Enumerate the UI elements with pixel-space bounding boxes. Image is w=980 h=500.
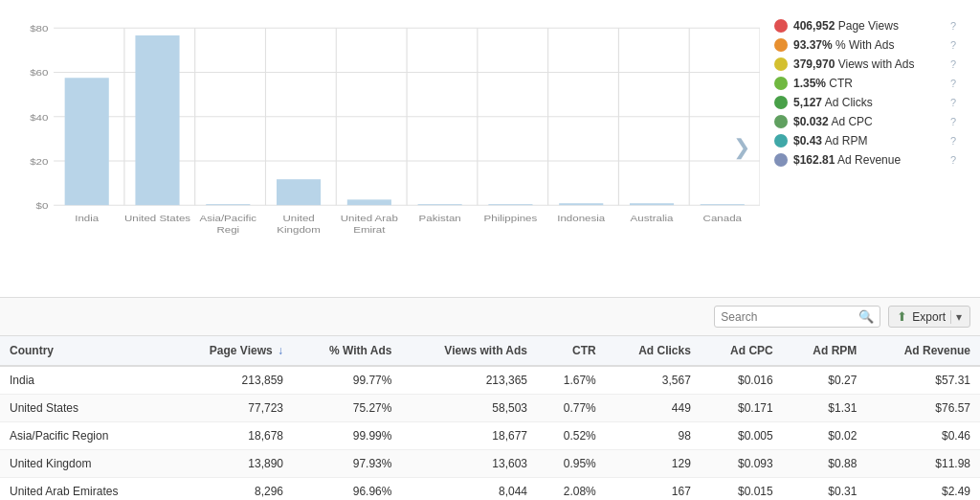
legend-text-ctr: 1.35% CTR <box>793 77 945 90</box>
legend-help-ctr[interactable]: ? <box>950 78 956 89</box>
bar-united-kingdom[interactable] <box>277 179 321 205</box>
table-row[interactable]: United States 77,723 75.27% 58,503 0.77%… <box>0 395 980 422</box>
export-button[interactable]: ⬆ Export ▾ <box>888 306 970 328</box>
legend-dot-page-views <box>774 19 788 33</box>
svg-text:$80: $80 <box>30 23 48 34</box>
legend-text-ad-clicks: 5,127 Ad Clicks <box>793 96 945 109</box>
legend-text-ad-rpm: $0.43 Ad RPM <box>793 134 945 148</box>
cell-country: United States <box>0 395 169 422</box>
legend-dot-ad-cpc <box>774 115 788 128</box>
legend-text-ad-cpc: $0.032 Ad CPC <box>793 115 945 128</box>
svg-text:$60: $60 <box>30 67 48 78</box>
col-header-ad-clicks: Ad Clicks <box>606 336 701 366</box>
cell-ad-clicks: 449 <box>606 395 701 422</box>
cell-pct-with-ads: 99.99% <box>293 422 401 450</box>
col-header-ad-rpm: Ad RPM <box>783 336 867 366</box>
table-row[interactable]: United Kingdom 13,890 97.93% 13,603 0.95… <box>0 450 980 478</box>
cell-views-with-ads: 213,365 <box>401 366 537 395</box>
cell-ad-rpm: $0.27 <box>783 366 867 395</box>
cell-country: Asia/Pacific Region <box>0 422 169 450</box>
legend-help-ad-revenue[interactable]: ? <box>950 154 956 166</box>
legend-help-page-views[interactable]: ? <box>950 20 956 32</box>
bar-asia-pacific[interactable] <box>206 204 250 205</box>
legend-item-ad-clicks[interactable]: 5,127 Ad Clicks ? <box>774 96 956 109</box>
col-header-pct-with-ads: % With Ads <box>293 336 401 366</box>
col-header-ad-cpc: Ad CPC <box>701 336 783 366</box>
svg-text:Emirat: Emirat <box>353 224 385 235</box>
export-icon: ⬆ <box>897 309 907 324</box>
legend-item-ad-rpm[interactable]: $0.43 Ad RPM ? <box>774 134 956 148</box>
cell-ad-clicks: 3,567 <box>606 366 701 395</box>
cell-ad-revenue: $76.57 <box>866 395 980 422</box>
bar-uae[interactable] <box>347 199 391 205</box>
svg-text:India: India <box>75 213 99 223</box>
legend-dot-ad-rpm <box>774 134 788 148</box>
sort-icon: ↓ <box>278 344 283 357</box>
cell-ad-rpm: $0.02 <box>783 422 867 450</box>
legend-text-pct-with-ads: 93.37% % With Ads <box>793 38 945 52</box>
cell-page-views: 18,678 <box>169 422 293 450</box>
table-row[interactable]: India 213,859 99.77% 213,365 1.67% 3,567… <box>0 366 980 395</box>
cell-pct-with-ads: 97.93% <box>293 450 401 478</box>
legend-panel: 406,952 Page Views ? 93.37% % With Ads ?… <box>760 10 970 287</box>
legend-help-ad-cpc[interactable]: ? <box>950 116 956 127</box>
bar-canada[interactable] <box>701 204 745 205</box>
legend-text-views-with-ads: 379,970 Views with Ads <box>793 57 945 71</box>
cell-ctr: 0.52% <box>537 422 606 450</box>
bar-australia[interactable] <box>630 203 674 205</box>
legend-dot-ad-clicks <box>774 96 788 109</box>
export-dropdown-icon[interactable]: ▾ <box>950 310 962 324</box>
legend-help-ad-clicks[interactable]: ? <box>950 97 956 108</box>
cell-views-with-ads: 13,603 <box>401 450 537 478</box>
search-box[interactable]: 🔍 <box>714 306 880 328</box>
main-container: $0 $20 $40 $60 $80 <box>0 0 980 500</box>
legend-dot-views-with-ads <box>774 57 788 71</box>
svg-text:$20: $20 <box>30 156 48 167</box>
bar-chart-svg: $0 $20 $40 $60 $80 <box>10 10 760 259</box>
cell-ad-rpm: $0.88 <box>783 450 867 478</box>
search-icon[interactable]: 🔍 <box>858 309 874 324</box>
cell-ad-cpc: $0.171 <box>701 395 783 422</box>
legend-dot-ctr <box>774 77 788 90</box>
legend-dot-pct-with-ads <box>774 38 788 52</box>
col-header-page-views[interactable]: Page Views ↓ <box>169 336 293 366</box>
col-header-views-with-ads: Views with Ads <box>401 336 537 366</box>
legend-text-page-views: 406,952 Page Views <box>793 19 945 33</box>
legend-item-ctr[interactable]: 1.35% CTR ? <box>774 77 956 90</box>
svg-text:United States: United States <box>124 213 190 223</box>
search-input[interactable] <box>721 310 855 324</box>
table-row[interactable]: United Arab Emirates 8,296 96.96% 8,044 … <box>0 478 980 501</box>
svg-text:Indonesia: Indonesia <box>557 213 605 223</box>
chart-next-icon[interactable]: ❯ <box>733 135 750 160</box>
table-row[interactable]: Asia/Pacific Region 18,678 99.99% 18,677… <box>0 422 980 450</box>
legend-help-views-with-ads[interactable]: ? <box>950 58 956 70</box>
legend-help-pct-with-ads[interactable]: ? <box>950 39 956 51</box>
bar-india[interactable] <box>65 78 109 205</box>
bar-philippines[interactable] <box>488 204 532 205</box>
cell-pct-with-ads: 96.96% <box>293 478 401 501</box>
cell-ctr: 2.08% <box>537 478 606 501</box>
cell-page-views: 213,859 <box>169 366 293 395</box>
cell-views-with-ads: 8,044 <box>401 478 537 501</box>
cell-ad-cpc: $0.015 <box>701 478 783 501</box>
cell-ad-revenue: $57.31 <box>866 366 980 395</box>
cell-ctr: 1.67% <box>537 366 606 395</box>
legend-text-ad-revenue: $162.81 Ad Revenue <box>793 153 945 167</box>
legend-help-ad-rpm[interactable]: ? <box>950 135 956 147</box>
bar-indonesia[interactable] <box>559 203 603 205</box>
legend-item-page-views[interactable]: 406,952 Page Views ? <box>774 19 956 33</box>
chart-section: $0 $20 $40 $60 $80 <box>0 0 980 298</box>
col-header-ad-revenue: Ad Revenue <box>866 336 980 366</box>
svg-text:United Arab: United Arab <box>341 213 398 223</box>
cell-ad-clicks: 167 <box>606 478 701 501</box>
bar-united-states[interactable] <box>135 35 179 205</box>
svg-text:Philippines: Philippines <box>484 213 538 223</box>
legend-item-ad-revenue[interactable]: $162.81 Ad Revenue ? <box>774 153 956 167</box>
legend-item-views-with-ads[interactable]: 379,970 Views with Ads ? <box>774 57 956 71</box>
bar-pakistan[interactable] <box>418 204 462 205</box>
legend-item-ad-cpc[interactable]: $0.032 Ad CPC ? <box>774 115 956 128</box>
cell-country: United Arab Emirates <box>0 478 169 501</box>
chart-area: $0 $20 $40 $60 $80 <box>10 10 760 287</box>
legend-item-pct-with-ads[interactable]: 93.37% % With Ads ? <box>774 38 956 52</box>
col-header-country: Country <box>0 336 169 366</box>
